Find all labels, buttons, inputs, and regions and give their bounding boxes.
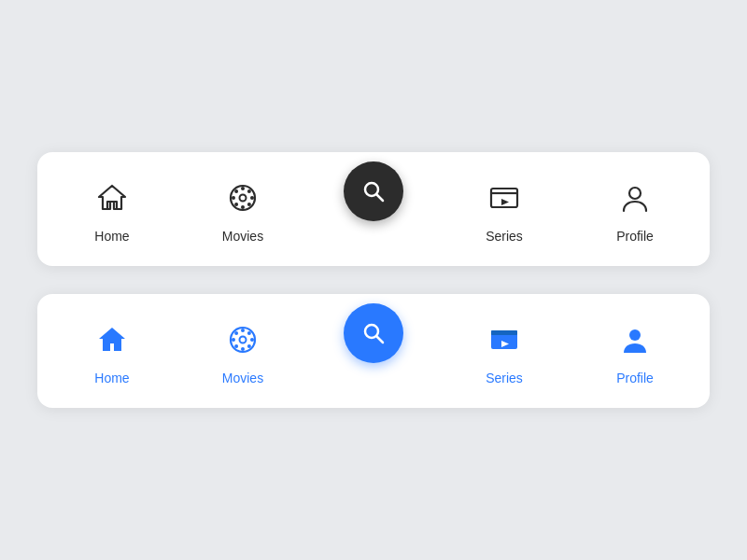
nav-item-movies-blue[interactable]: Movies — [205, 316, 280, 385]
svg-point-17 — [240, 337, 247, 343]
series-icon — [487, 181, 521, 215]
svg-line-27 — [377, 337, 384, 343]
nav-item-profile-dark[interactable]: Profile — [598, 175, 672, 244]
movies-icon — [226, 181, 260, 215]
movies-icon-wrap — [219, 175, 266, 221]
svg-point-24 — [247, 331, 251, 335]
home-icon-blue — [95, 323, 129, 357]
profile-icon-wrap-dark — [612, 175, 658, 221]
svg-rect-29 — [491, 330, 517, 335]
profile-label-dark: Profile — [616, 229, 654, 244]
home-label-dark: Home — [94, 229, 129, 244]
movies-icon-blue — [226, 323, 260, 357]
svg-point-31 — [629, 329, 641, 341]
svg-point-22 — [234, 331, 238, 335]
movies-label-dark: Movies — [222, 229, 263, 244]
svg-point-18 — [241, 329, 245, 332]
svg-point-15 — [629, 188, 641, 199]
svg-point-6 — [234, 189, 238, 193]
nav-item-movies-dark[interactable]: Movies — [205, 175, 280, 244]
nav-item-series-dark[interactable]: Series — [467, 175, 542, 244]
search-icon-blue — [359, 318, 388, 348]
svg-point-7 — [247, 203, 251, 206]
series-label-dark: Series — [486, 229, 523, 244]
svg-point-4 — [232, 196, 235, 200]
series-icon-wrap — [481, 175, 528, 221]
svg-point-25 — [234, 344, 238, 348]
nav-item-search-dark[interactable]: Search — [336, 171, 411, 247]
svg-point-9 — [234, 203, 238, 206]
nav-item-profile-blue[interactable]: Profile — [598, 316, 672, 385]
svg-point-21 — [250, 338, 254, 342]
svg-marker-14 — [501, 199, 509, 205]
profile-label-blue: Profile — [616, 371, 654, 385]
svg-rect-12 — [491, 189, 517, 207]
svg-line-11 — [377, 195, 384, 202]
svg-point-3 — [241, 205, 245, 209]
movies-icon-wrap-blue — [219, 316, 266, 363]
svg-point-8 — [247, 189, 251, 193]
home-icon-wrap — [89, 175, 135, 221]
nav-item-home-blue[interactable]: Home — [75, 316, 149, 385]
search-icon-dark — [359, 176, 388, 206]
series-icon-blue — [487, 323, 521, 357]
series-icon-wrap-blue — [481, 316, 528, 363]
home-label-blue: Home — [94, 371, 129, 385]
navbar-dark: Home Movies Sear — [37, 152, 710, 266]
svg-point-20 — [232, 338, 235, 342]
svg-point-5 — [250, 196, 254, 200]
svg-point-1 — [240, 195, 247, 202]
home-icon — [95, 181, 129, 215]
search-icon-wrap-blue — [344, 303, 403, 363]
profile-icon-wrap-blue — [612, 316, 658, 363]
nav-item-home-dark[interactable]: Home — [75, 175, 149, 244]
svg-point-19 — [241, 347, 245, 351]
profile-icon-dark — [618, 181, 652, 215]
movies-label-blue: Movies — [222, 371, 263, 385]
navbar-blue: Home Movies Sear — [37, 294, 710, 408]
series-label-blue: Series — [486, 371, 523, 385]
nav-item-series-blue[interactable]: Series — [467, 316, 542, 385]
home-icon-wrap-blue — [89, 316, 135, 363]
profile-icon-blue — [618, 323, 652, 357]
nav-item-search-blue[interactable]: Search — [336, 313, 411, 389]
svg-point-2 — [241, 187, 245, 190]
search-icon-wrap-dark — [344, 161, 403, 221]
svg-point-23 — [247, 344, 251, 348]
